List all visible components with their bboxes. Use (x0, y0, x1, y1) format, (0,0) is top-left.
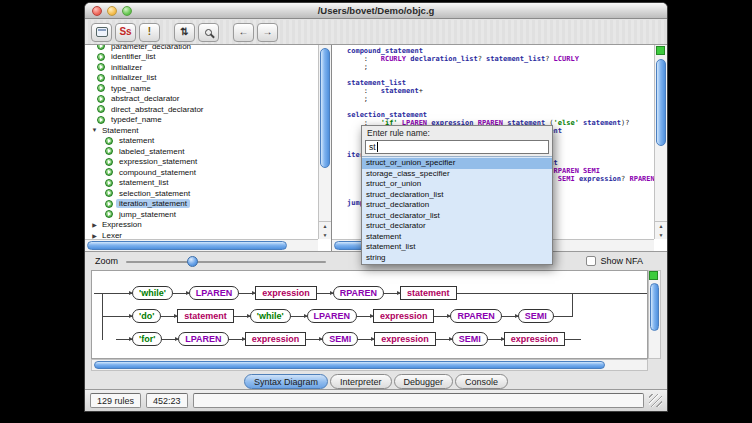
editor-vertical-scrollbar[interactable]: ▲▼ (654, 45, 667, 239)
diagram-node-expression[interactable]: expression (245, 332, 307, 346)
tree-item-labeled_statement[interactable]: labeled_statement (87, 146, 318, 157)
tree-group-statement[interactable]: ▼Statement (87, 125, 318, 136)
tree-item-selection_statement[interactable]: selection_statement (87, 188, 318, 199)
scroll-down-icon[interactable]: ▼ (323, 232, 328, 238)
rule-tree[interactable]: parameter_declarationidentifier_listinit… (85, 45, 318, 239)
diagram-node-expression[interactable]: expression (374, 332, 436, 346)
diagram-node-RPAREN[interactable]: RPAREN (450, 309, 501, 323)
diagram-alternative: 'for'LPARENexpressionSEMIexpressionSEMIe… (116, 331, 581, 347)
tree-group-lexer[interactable]: ▶Lexer (87, 230, 318, 239)
diagram-node-LPAREN[interactable]: LPAREN (178, 332, 228, 346)
diagram-horizontal-scrollbar-thumb[interactable] (94, 361, 605, 369)
tree-group-expression[interactable]: ▶Expression (87, 220, 318, 231)
diagram-node-expression[interactable]: expression (255, 286, 317, 300)
diagram-vertical-scrollbar-thumb[interactable] (650, 283, 659, 331)
diagram-node-SEMI[interactable]: SEMI (518, 309, 554, 323)
popup-item[interactable]: statement_list (362, 242, 552, 253)
rule-name-input[interactable]: st (365, 140, 549, 154)
popup-item[interactable]: struct_declarator_list (362, 211, 552, 222)
diagram-node-LPAREN[interactable]: LPAREN (307, 309, 357, 323)
forward-button[interactable]: → (257, 23, 278, 42)
diagram-arrow-icon (229, 339, 245, 340)
tab-console[interactable]: Console (455, 374, 508, 389)
tab-syntax-diagram[interactable]: Syntax Diagram (244, 374, 328, 389)
diagram-node-RPAREN[interactable]: RPAREN (333, 286, 384, 300)
console-window-button[interactable] (91, 23, 112, 42)
diagram-node-while[interactable]: 'while' (132, 286, 173, 300)
title-bar[interactable]: /Users/bovet/Demo/objc.g (85, 3, 667, 19)
tree-item-typedef_name[interactable]: typedef_name (87, 115, 318, 126)
check-grammar-button[interactable]: ! (139, 23, 160, 42)
disclosure-closed-icon[interactable]: ▶ (90, 221, 99, 228)
tree-item-iteration_statement[interactable]: iteration_statement (87, 199, 318, 210)
syntax-coloring-icon: Ss (119, 27, 131, 37)
sidebar-vertical-scrollbar[interactable]: ▲▼ (318, 45, 331, 239)
popup-item[interactable]: string (362, 253, 552, 264)
diagram-arrow-icon (317, 293, 333, 294)
zoom-slider-thumb[interactable] (187, 256, 198, 267)
diagram-vertical-scrollbar[interactable] (648, 270, 661, 359)
disclosure-closed-icon[interactable]: ▶ (90, 232, 99, 239)
syntax-diagram-canvas[interactable]: 'while'LPARENexpressionRPARENstatement'd… (91, 270, 648, 359)
zoom-slider-track[interactable] (126, 261, 326, 263)
diagram-node-for[interactable]: 'for' (132, 332, 162, 346)
scroll-up-icon[interactable]: ▲ (659, 223, 664, 229)
diagram-node-statement[interactable]: statement (400, 286, 457, 300)
popup-item[interactable]: struct_or_union (362, 179, 552, 190)
console-window-icon (96, 27, 108, 37)
sidebar-horizontal-scrollbar-thumb[interactable] (87, 241, 287, 250)
diagram-line (554, 316, 570, 317)
diagram-rail (102, 316, 116, 317)
scroll-up-icon[interactable]: ▲ (323, 223, 328, 229)
tree-item-compound_statement[interactable]: compound_statement (87, 167, 318, 178)
back-button[interactable]: ← (233, 23, 254, 42)
disclosure-open-icon[interactable]: ▼ (90, 127, 99, 133)
popup-item[interactable]: storage_class_specifier (362, 169, 552, 180)
find-button[interactable] (198, 23, 219, 42)
tab-debugger[interactable]: Debugger (394, 374, 454, 389)
tree-item-statement_list[interactable]: statement_list (87, 178, 318, 189)
editor-line: : RCURLY declaration_list? statement_lis… (347, 55, 654, 63)
diagram-rail (94, 293, 116, 294)
tree-item-label: Statement (99, 126, 141, 135)
diagram-node-SEMI[interactable]: SEMI (452, 332, 488, 346)
sidebar-scroll-arrows[interactable]: ▲▼ (319, 221, 331, 239)
tree-item-statement[interactable]: statement (87, 136, 318, 147)
sidebar-vertical-scrollbar-thumb[interactable] (320, 48, 330, 168)
diagram-arrow-icon (116, 339, 132, 340)
tree-item-expression_statement[interactable]: expression_statement (87, 157, 318, 168)
tree-item-jump_statement[interactable]: jump_statement (87, 209, 318, 220)
popup-item[interactable]: struct_declaration (362, 200, 552, 211)
diagram-node-expression[interactable]: expression (373, 309, 435, 323)
tree-item-abstract_declarator[interactable]: abstract_declarator (87, 94, 318, 105)
zoom-slider[interactable] (126, 256, 326, 267)
resize-grip[interactable] (649, 394, 662, 407)
syntax-coloring-button[interactable]: Ss (115, 23, 136, 42)
popup-item[interactable]: statement (362, 232, 552, 243)
popup-item[interactable]: struct_declaration_list (362, 190, 552, 201)
diagram-node-expression[interactable]: expression (504, 332, 566, 346)
diagram-node-statement[interactable]: statement (177, 309, 234, 323)
popup-item[interactable]: struct_declarator (362, 221, 552, 232)
tree-item-identifier_list[interactable]: identifier_list (87, 52, 318, 63)
diagram-node-LPAREN[interactable]: LPAREN (189, 286, 239, 300)
sort-rules-button[interactable]: ⇅ (174, 23, 195, 42)
tree-item-label: labeled_statement (116, 147, 187, 156)
diagram-node-SEMI[interactable]: SEMI (322, 332, 358, 346)
diagram-horizontal-scrollbar[interactable] (91, 359, 648, 371)
show-nfa-checkbox[interactable] (586, 256, 596, 266)
scroll-down-icon[interactable]: ▼ (659, 232, 664, 238)
rule-popup-list[interactable]: struct_or_union_specifierstorage_class_s… (362, 156, 552, 264)
editor-scroll-arrows[interactable]: ▲▼ (655, 221, 667, 239)
popup-item[interactable]: struct_or_union_specifier (362, 158, 552, 169)
tree-item-type_name[interactable]: type_name (87, 83, 318, 94)
diagram-node-do[interactable]: 'do' (132, 309, 161, 323)
tree-item-direct_abstract_declarator[interactable]: direct_abstract_declarator (87, 104, 318, 115)
editor-line: : statement+ (347, 87, 654, 95)
tree-item-initializer_list[interactable]: initializer_list (87, 73, 318, 84)
tab-interpreter[interactable]: Interpreter (330, 374, 392, 389)
tree-item-initializer[interactable]: initializer (87, 62, 318, 73)
sidebar-horizontal-scrollbar[interactable] (85, 239, 318, 251)
diagram-node-while[interactable]: 'while' (250, 309, 291, 323)
editor-vertical-scrollbar-thumb[interactable] (656, 59, 666, 146)
